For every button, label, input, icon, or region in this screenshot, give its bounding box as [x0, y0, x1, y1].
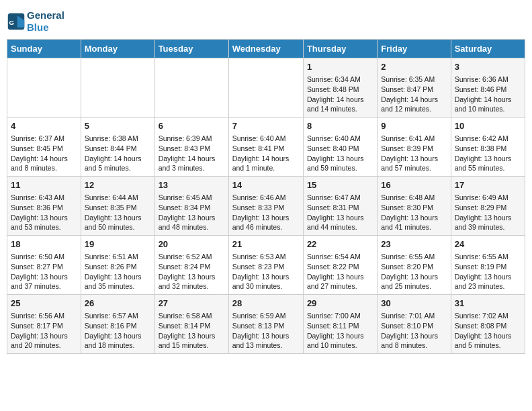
day-number: 6 [159, 120, 225, 132]
calendar-cell [7, 58, 81, 118]
day-number: 3 [455, 61, 521, 73]
day-info: Sunrise: 6:59 AM [232, 311, 300, 321]
calendar-cell: 6Sunrise: 6:39 AMSunset: 8:43 PMDaylight… [154, 118, 228, 177]
day-info: Sunset: 8:41 PM [232, 144, 300, 154]
day-info: Sunset: 8:47 PM [381, 85, 447, 95]
svg-text:G: G [9, 19, 14, 26]
week-row-4: 18Sunrise: 6:50 AMSunset: 8:27 PMDayligh… [7, 236, 525, 295]
day-info: Sunrise: 6:47 AM [307, 193, 373, 203]
calendar-header: SundayMondayTuesdayWednesdayThursdayFrid… [7, 40, 525, 58]
calendar-cell: 26Sunrise: 6:57 AMSunset: 8:16 PMDayligh… [81, 295, 154, 354]
day-info: Sunrise: 6:52 AM [159, 252, 225, 262]
calendar-cell: 3Sunrise: 6:36 AMSunset: 8:46 PMDaylight… [451, 58, 525, 118]
day-info: Sunset: 8:30 PM [381, 203, 447, 213]
day-number: 2 [381, 61, 447, 73]
day-number: 30 [381, 298, 447, 310]
day-info: Sunset: 8:16 PM [85, 321, 151, 331]
day-number: 8 [307, 120, 373, 132]
day-info: Daylight: 14 hours and 14 minutes. [307, 95, 373, 114]
day-info: Daylight: 13 hours and 50 minutes. [85, 213, 151, 232]
calendar-cell: 16Sunrise: 6:48 AMSunset: 8:30 PMDayligh… [378, 177, 451, 236]
calendar-cell [228, 58, 303, 118]
calendar-cell: 22Sunrise: 6:54 AMSunset: 8:22 PMDayligh… [303, 236, 377, 295]
day-info: Daylight: 13 hours and 10 minutes. [307, 331, 373, 351]
calendar-cell: 27Sunrise: 6:58 AMSunset: 8:14 PMDayligh… [154, 295, 228, 354]
day-info: Sunrise: 6:36 AM [455, 75, 521, 85]
weekday-header-thursday: Thursday [303, 40, 377, 58]
day-info: Sunset: 8:14 PM [159, 321, 225, 331]
day-info: Sunrise: 6:39 AM [159, 134, 225, 144]
day-number: 19 [85, 238, 151, 250]
calendar-cell: 19Sunrise: 6:51 AMSunset: 8:26 PMDayligh… [81, 236, 154, 295]
day-info: Daylight: 13 hours and 41 minutes. [381, 213, 447, 232]
day-number: 14 [232, 179, 300, 191]
calendar-cell: 25Sunrise: 6:56 AMSunset: 8:17 PMDayligh… [7, 295, 81, 354]
day-number: 13 [159, 179, 225, 191]
calendar-cell: 24Sunrise: 6:55 AMSunset: 8:19 PMDayligh… [451, 236, 525, 295]
day-number: 10 [455, 120, 521, 132]
day-info: Sunset: 8:33 PM [232, 203, 300, 213]
calendar-cell: 18Sunrise: 6:50 AMSunset: 8:27 PMDayligh… [7, 236, 81, 295]
weekday-header-friday: Friday [378, 40, 451, 58]
day-info: Sunset: 8:22 PM [307, 262, 373, 272]
day-info: Sunset: 8:45 PM [11, 144, 77, 154]
day-info: Sunset: 8:11 PM [307, 321, 373, 331]
week-row-2: 4Sunrise: 6:37 AMSunset: 8:45 PMDaylight… [7, 118, 525, 177]
calendar-cell [81, 58, 154, 118]
day-info: Daylight: 13 hours and 32 minutes. [159, 272, 225, 291]
day-info: Sunset: 8:31 PM [307, 203, 373, 213]
calendar-cell: 4Sunrise: 6:37 AMSunset: 8:45 PMDaylight… [7, 118, 81, 177]
day-number: 22 [307, 238, 373, 250]
day-info: Sunrise: 6:42 AM [455, 134, 521, 144]
day-info: Sunset: 8:44 PM [85, 144, 151, 154]
day-number: 29 [307, 298, 373, 310]
day-info: Daylight: 13 hours and 39 minutes. [455, 213, 521, 232]
calendar-cell: 21Sunrise: 6:53 AMSunset: 8:23 PMDayligh… [228, 236, 303, 295]
day-info: Sunrise: 7:00 AM [307, 311, 373, 321]
calendar-cell: 30Sunrise: 7:01 AMSunset: 8:10 PMDayligh… [378, 295, 451, 354]
day-info: Sunrise: 6:35 AM [381, 75, 447, 85]
day-number: 21 [232, 238, 300, 250]
day-info: Sunset: 8:39 PM [381, 144, 447, 154]
day-info: Daylight: 14 hours and 1 minute. [232, 154, 300, 173]
day-info: Sunset: 8:35 PM [85, 203, 151, 213]
day-info: Daylight: 13 hours and 27 minutes. [307, 272, 373, 291]
day-info: Sunrise: 6:40 AM [307, 134, 373, 144]
calendar-cell: 1Sunrise: 6:34 AMSunset: 8:48 PMDaylight… [303, 58, 377, 118]
day-info: Sunrise: 6:38 AM [85, 134, 151, 144]
day-info: Daylight: 13 hours and 46 minutes. [232, 213, 300, 232]
day-number: 23 [381, 238, 447, 250]
day-info: Sunset: 8:23 PM [232, 262, 300, 272]
week-row-3: 11Sunrise: 6:43 AMSunset: 8:36 PMDayligh… [7, 177, 525, 236]
day-info: Daylight: 14 hours and 10 minutes. [455, 95, 521, 114]
day-info: Sunrise: 6:46 AM [232, 193, 300, 203]
day-info: Daylight: 13 hours and 15 minutes. [159, 331, 225, 351]
weekday-row: SundayMondayTuesdayWednesdayThursdayFrid… [7, 40, 525, 58]
week-row-5: 25Sunrise: 6:56 AMSunset: 8:17 PMDayligh… [7, 295, 525, 354]
day-number: 4 [11, 120, 77, 132]
day-info: Sunrise: 6:43 AM [11, 193, 77, 203]
day-number: 15 [307, 179, 373, 191]
day-number: 7 [232, 120, 300, 132]
day-info: Daylight: 13 hours and 18 minutes. [85, 331, 151, 351]
day-number: 5 [85, 120, 151, 132]
day-info: Daylight: 13 hours and 30 minutes. [232, 272, 300, 291]
day-info: Sunset: 8:36 PM [11, 203, 77, 213]
calendar-body: 1Sunrise: 6:34 AMSunset: 8:48 PMDaylight… [7, 58, 525, 354]
day-info: Sunrise: 6:51 AM [85, 252, 151, 262]
calendar-cell: 17Sunrise: 6:49 AMSunset: 8:29 PMDayligh… [451, 177, 525, 236]
calendar-cell: 10Sunrise: 6:42 AMSunset: 8:38 PMDayligh… [451, 118, 525, 177]
day-info: Daylight: 13 hours and 44 minutes. [307, 213, 373, 232]
day-info: Sunrise: 6:55 AM [455, 252, 521, 262]
day-info: Sunrise: 6:56 AM [11, 311, 77, 321]
page-header: G General Blue [7, 7, 525, 34]
day-info: Daylight: 14 hours and 8 minutes. [11, 154, 77, 173]
day-info: Sunset: 8:29 PM [455, 203, 521, 213]
day-info: Sunset: 8:10 PM [381, 321, 447, 331]
weekday-header-monday: Monday [81, 40, 154, 58]
calendar-cell: 7Sunrise: 6:40 AMSunset: 8:41 PMDaylight… [228, 118, 303, 177]
day-info: Sunset: 8:40 PM [307, 144, 373, 154]
weekday-header-sunday: Sunday [7, 40, 81, 58]
day-info: Sunrise: 7:01 AM [381, 311, 447, 321]
day-number: 20 [159, 238, 225, 250]
